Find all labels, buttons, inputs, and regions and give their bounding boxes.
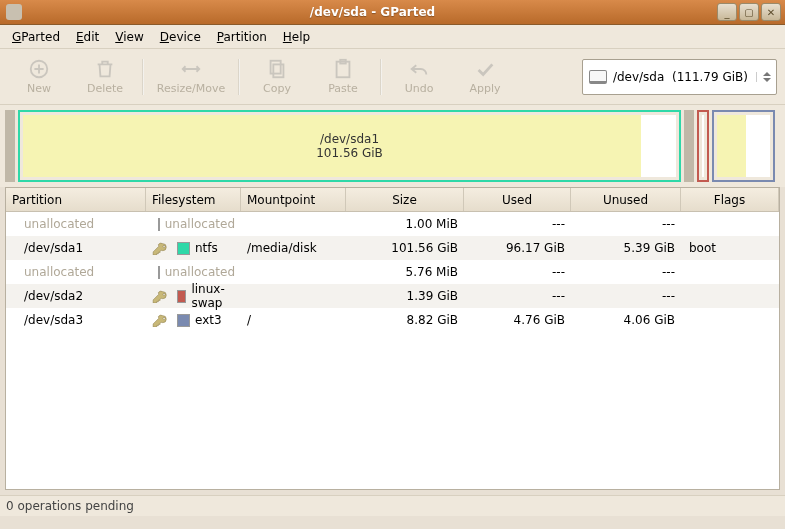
cell-unused: --- [571,214,681,234]
device-path: /dev/sda [613,70,664,84]
device-size: (111.79 GiB) [672,70,748,84]
resize-button[interactable]: Resize/Move [148,53,234,101]
cell-mountpoint [241,221,346,227]
menu-partition[interactable]: Partition [211,28,273,46]
disk-map: /dev/sda1 101.56 GiB [0,105,785,187]
fs-swatch [158,218,160,231]
cell-filesystem: ntfs [146,238,241,258]
col-flags[interactable]: Flags [681,188,779,211]
cell-size: 1.39 GiB [346,286,464,306]
fs-swatch [177,242,190,255]
titlebar: /dev/sda - GParted _ ▢ ✕ [0,0,785,25]
table-row[interactable]: unallocatedunallocated5.76 MiB------ [6,260,779,284]
cell-unused: 4.06 GiB [571,310,681,330]
chevron-updown-icon [756,72,770,82]
delete-button[interactable]: Delete [72,53,138,101]
device-selector[interactable]: /dev/sda (111.79 GiB) [582,59,777,95]
table-body: unallocatedunallocated1.00 MiB------/dev… [6,212,779,332]
cell-filesystem: unallocated [146,214,241,234]
fs-swatch [177,314,190,327]
apply-label: Apply [469,82,500,95]
cell-filesystem: ext3 [146,310,241,330]
table-row[interactable]: unallocatedunallocated1.00 MiB------ [6,212,779,236]
lock-icon [152,313,170,327]
cell-used: --- [464,262,571,282]
map-handle-left [5,110,15,182]
svg-rect-1 [271,61,281,74]
cell-size: 101.56 GiB [346,238,464,258]
menubar: GParted Edit View Device Partition Help [0,25,785,49]
resize-label: Resize/Move [157,82,225,95]
apply-button[interactable]: Apply [452,53,518,101]
apply-icon [474,58,496,80]
svg-rect-2 [273,64,283,77]
table-row[interactable]: /dev/sda3ext3/8.82 GiB4.76 GiB4.06 GiB [6,308,779,332]
window-title: /dev/sda - GParted [28,5,717,19]
menu-help[interactable]: Help [277,28,316,46]
separator-1 [142,59,144,95]
cell-mountpoint [241,269,346,275]
new-button[interactable]: New [6,53,72,101]
menu-view[interactable]: View [109,28,149,46]
menu-gparted[interactable]: GParted [6,28,66,46]
col-unused[interactable]: Unused [571,188,681,211]
new-label: New [27,82,51,95]
cell-mountpoint: /media/disk [241,238,346,258]
cell-mountpoint [241,293,346,299]
table-row[interactable]: /dev/sda2linux-swap1.39 GiB------ [6,284,779,308]
minimize-button[interactable]: _ [717,3,737,21]
cell-flags [681,317,779,323]
lock-icon [152,289,170,303]
map-partition-sda3[interactable] [712,110,775,182]
paste-icon [332,58,354,80]
paste-button[interactable]: Paste [310,53,376,101]
partition-table: Partition Filesystem Mountpoint Size Use… [5,187,780,490]
status-text: 0 operations pending [6,499,134,513]
col-used[interactable]: Used [464,188,571,211]
cell-flags [681,269,779,275]
maximize-button[interactable]: ▢ [739,3,759,21]
menu-edit[interactable]: Edit [70,28,105,46]
menu-device[interactable]: Device [154,28,207,46]
undo-label: Undo [405,82,434,95]
col-filesystem[interactable]: Filesystem [146,188,241,211]
cell-partition: /dev/sda3 [6,310,146,330]
col-partition[interactable]: Partition [6,188,146,211]
disk-icon [589,70,607,84]
toolbar: New Delete Resize/Move Copy Paste Undo A… [0,49,785,105]
delete-label: Delete [87,82,123,95]
map-partition-sda2[interactable] [697,110,709,182]
statusbar: 0 operations pending [0,495,785,516]
lock-icon [152,241,170,255]
cell-unused: --- [571,262,681,282]
fs-swatch [177,290,186,303]
cell-size: 5.76 MiB [346,262,464,282]
cell-flags [681,293,779,299]
app-icon [6,4,22,20]
new-icon [28,58,50,80]
map-label-size: 101.56 GiB [316,146,383,160]
resize-icon [180,58,202,80]
cell-flags [681,221,779,227]
col-mountpoint[interactable]: Mountpoint [241,188,346,211]
cell-unused: 5.39 GiB [571,238,681,258]
map-partition-sda1[interactable]: /dev/sda1 101.56 GiB [18,110,681,182]
delete-icon [94,58,116,80]
col-size[interactable]: Size [346,188,464,211]
close-button[interactable]: ✕ [761,3,781,21]
cell-used: 96.17 GiB [464,238,571,258]
cell-mountpoint: / [241,310,346,330]
copy-button[interactable]: Copy [244,53,310,101]
cell-used: 4.76 GiB [464,310,571,330]
fs-swatch [158,266,160,279]
map-label-name: /dev/sda1 [316,132,383,146]
cell-partition: unallocated [6,214,146,234]
undo-button[interactable]: Undo [386,53,452,101]
cell-flags: boot [681,238,779,258]
cell-used: --- [464,286,571,306]
table-row[interactable]: /dev/sda1ntfs/media/disk101.56 GiB96.17 … [6,236,779,260]
cell-partition: /dev/sda2 [6,286,146,306]
copy-label: Copy [263,82,291,95]
cell-partition: /dev/sda1 [6,238,146,258]
cell-size: 8.82 GiB [346,310,464,330]
